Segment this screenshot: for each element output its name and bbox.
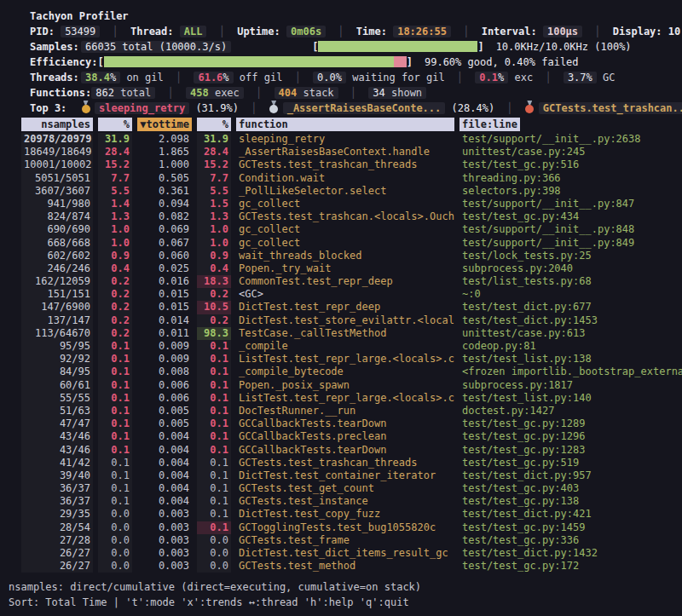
file-line-cell: test/support/__init__.py:849 (459, 237, 682, 250)
table-row: 5051/5051 7.7 0.505 7.7 Condition.wait t… (21, 172, 682, 185)
off-gil-label: off gil (240, 72, 283, 83)
tottime-cell: 0.003 (137, 560, 192, 573)
functions-shown: 34 shown (368, 87, 426, 99)
gc-value: 3.7% (564, 72, 597, 83)
tottime-cell: 0.003 (137, 521, 192, 534)
nsamples-cell: 43/46 (21, 444, 93, 457)
display-label: Display: (613, 26, 662, 37)
pct-direct-cell: 0.2 (98, 314, 132, 327)
nsamples-cell: 36/37 (21, 482, 93, 495)
efficiency-row: Efficiency:[]99.60% good, 0.40% failed (30, 55, 682, 70)
function-cell: DictTest.test_copy_fuzz (236, 508, 454, 521)
function-cell: TestCase._callTestMethod (236, 327, 454, 340)
file-line-cell: test/test_gc.py:403 (459, 482, 682, 495)
bronze-medal-icon (525, 101, 535, 113)
nsamples-cell: 27/28 (21, 534, 93, 547)
column-header-nsamples[interactable]: nsamples (21, 118, 93, 131)
table-row: 41/42 0.1 0.004 0.1 GCTests.test_trashca… (21, 457, 682, 469)
pct-direct-cell: 28.4 (98, 146, 132, 158)
pct-direct-cell: 0.2 (98, 301, 132, 314)
column-header-function[interactable]: function (236, 118, 454, 131)
pct-direct-cell: 0.1 (98, 405, 132, 417)
column-header-pct-cumulative[interactable]: % (197, 118, 231, 131)
function-cell: DictTest.test_store_evilattr.<locals... (236, 314, 454, 327)
efficiency-bar-open: [ (97, 56, 103, 68)
file-line-cell: test/test_gc.py:519 (459, 457, 682, 469)
nsamples-cell: 36/37 (21, 495, 93, 508)
file-line-cell: test/test_dict.py:957 (459, 469, 682, 482)
column-header-pct-direct[interactable]: % (98, 118, 132, 131)
file-line-cell: test/test_gc.py:1296 (459, 430, 682, 443)
functions-stack: 404 stack (275, 87, 338, 99)
divider: │ (338, 26, 344, 37)
table-row: 95/95 0.1 0.009 0.1 _compile codeop.py:8… (21, 340, 682, 353)
pct-cumulative-cell: 0.0 (197, 560, 231, 573)
pid-value: 53499 (61, 26, 100, 37)
function-cell: _compile (236, 340, 454, 353)
nsamples-cell: 10001/10002 (21, 158, 93, 171)
pct-direct-cell: 0.1 (98, 482, 132, 495)
file-line-header-text: file:line (459, 118, 520, 131)
table-row: 36/37 0.1 0.004 0.1 GCTests.test_get_cou… (21, 482, 682, 495)
waiting-label: waiting for gil (352, 72, 444, 83)
pct-cumulative-cell: 0.1 (197, 366, 231, 378)
top1-function: sleeping_retry (95, 102, 189, 114)
divider: │ (545, 72, 551, 83)
divider: │ (256, 87, 262, 99)
pct-cumulative-cell: 0.1 (197, 457, 231, 469)
divider: │ (350, 87, 356, 99)
tottime-cell: 0.069 (137, 223, 192, 236)
file-line-cell: codeop.py:81 (459, 340, 682, 353)
tottime-cell: 0.094 (137, 198, 192, 210)
tottime-cell: 1.865 (137, 146, 192, 158)
exc-value: 0.1% (475, 72, 508, 83)
pct-direct-cell: 0.1 (98, 392, 132, 405)
pct-cumulative-cell: 1.0 (197, 237, 231, 250)
nsamples-cell: 246/246 (21, 262, 93, 275)
tottime-cell: 0.003 (137, 534, 192, 547)
divider: │ (295, 72, 301, 83)
total-count: 862 (95, 87, 114, 99)
table-row: 43/46 0.1 0.004 0.1 GCCallbackTests.tear… (21, 444, 682, 457)
function-cell: GCTests.test_trashcan.<locals>.Ouch.... (236, 210, 454, 223)
uptime-value: 0m06s (286, 26, 326, 37)
table-row: 941/980 1.4 0.094 1.5 gc_collect test/su… (21, 198, 682, 210)
table-row: 824/874 1.3 0.082 1.3 GCTests.test_trash… (21, 210, 682, 223)
divider: │ (506, 102, 512, 114)
tottime-cell: 0.006 (137, 379, 192, 392)
table-row: 668/668 1.0 0.067 1.0 gc_collect test/su… (21, 237, 682, 250)
function-cell: GCTests.test_instance (236, 495, 454, 508)
file-line-cell: test/test_list.py:138 (459, 353, 682, 366)
table-row: 602/602 0.9 0.060 0.9 wait_threads_block… (21, 250, 682, 262)
file-line-cell: test/test_gc.py:1459 (459, 521, 682, 534)
function-cell: GCTests.test_frame (236, 534, 454, 547)
file-line-cell: doctest.py:1427 (459, 405, 682, 417)
samples-bar-close: ] (477, 41, 483, 53)
table-row: 26/27 0.0 0.003 0.0 GCTests.test_method … (21, 560, 682, 573)
top2-pct: (28.4%) (452, 102, 495, 114)
function-cell: GCTests.test_get_count (236, 482, 454, 495)
functions-total: 862 total (91, 87, 155, 99)
pct-cumulative-cell: 1.0 (197, 223, 231, 236)
divider: │ (594, 26, 600, 37)
divider: │ (176, 72, 182, 83)
exec-label: exec (215, 87, 240, 99)
column-header-tottime-sorted[interactable]: ▼tottime (137, 118, 192, 131)
pct-cumulative-cell: 1.5 (197, 198, 231, 210)
thread-value[interactable]: ALL (180, 26, 207, 37)
tottime-cell: 0.067 (137, 237, 192, 250)
file-line-cell: test/support/__init__.py:848 (459, 223, 682, 236)
tottime-cell: 0.004 (137, 469, 192, 482)
file-line-cell: test/test_gc.py:1283 (459, 444, 682, 457)
column-header-file-line[interactable]: file:line (459, 118, 682, 131)
function-cell: _AssertRaisesBaseContext.handle (236, 146, 454, 158)
pct-direct-cell: 0.1 (98, 430, 132, 443)
efficiency-label: Efficiency: (30, 55, 97, 70)
pct-cumulative-cell: 31.9 (197, 133, 231, 146)
percent-sign: % (110, 72, 116, 83)
pct-cumulative-cell: 0.2 (197, 288, 231, 301)
tottime-cell: 0.009 (137, 353, 192, 366)
uptime-label: Uptime: (237, 26, 280, 37)
pct-cumulative-cell: 0.2 (197, 314, 231, 327)
efficiency-good-bar (104, 56, 394, 67)
